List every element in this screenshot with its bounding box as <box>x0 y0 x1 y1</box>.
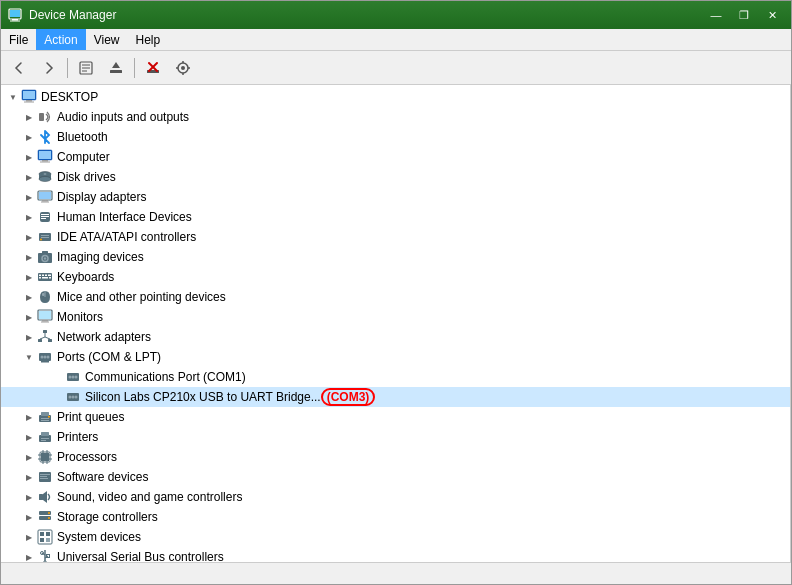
tree-item-imaging[interactable]: ▶ Imaging devices <box>1 247 790 267</box>
expand-network[interactable]: ▶ <box>21 329 37 345</box>
tree-item-sound[interactable]: ▶ Sound, video and game controllers <box>1 487 790 507</box>
tree-item-network[interactable]: ▶ Network adapters <box>1 327 790 347</box>
tree-item-print[interactable]: ▶ Print queues <box>1 407 790 427</box>
expand-keyboards[interactable]: ▶ <box>21 269 37 285</box>
mice-icon <box>37 289 53 305</box>
title-bar-left: Device Manager <box>7 7 116 23</box>
svg-point-70 <box>44 356 47 359</box>
mice-label: Mice and other pointing devices <box>57 290 226 304</box>
tree-item-silabs[interactable]: Silicon Labs CP210x USB to UART Bridge..… <box>1 387 790 407</box>
tree-item-storage[interactable]: ▶ Storage controllers <box>1 507 790 527</box>
svg-rect-33 <box>39 192 51 199</box>
svg-rect-25 <box>39 151 51 159</box>
usb-icon <box>37 549 53 562</box>
svg-rect-111 <box>46 532 50 536</box>
expand-usb[interactable]: ▶ <box>21 549 37 562</box>
close-button[interactable]: ✕ <box>759 6 785 24</box>
svg-rect-2 <box>10 21 20 22</box>
svg-rect-63 <box>38 339 42 342</box>
tree-item-monitors[interactable]: ▶ Monitors <box>1 307 790 327</box>
expand-ide[interactable]: ▶ <box>21 229 37 245</box>
back-button[interactable] <box>5 55 33 81</box>
tree-item-disk[interactable]: ▶ Disk drives <box>1 167 790 187</box>
tree-item-processors[interactable]: ▶ <box>1 447 790 467</box>
svg-point-75 <box>72 376 75 379</box>
tree-item-hid[interactable]: ▶ Human Interface Devices <box>1 207 790 227</box>
minimize-button[interactable]: — <box>703 6 729 24</box>
audio-label: Audio inputs and outputs <box>57 110 189 124</box>
tree-item-keyboards[interactable]: ▶ Keyboards <box>1 267 790 287</box>
bluetooth-icon <box>37 129 53 145</box>
menu-action[interactable]: Action <box>36 29 85 50</box>
content-area: ▼ DESKTOP ▶ <box>1 85 791 562</box>
tree-item-printers[interactable]: ▶ Printers <box>1 427 790 447</box>
tree-item-computer[interactable]: ▶ Computer <box>1 147 790 167</box>
expand-software[interactable]: ▶ <box>21 469 37 485</box>
expand-audio[interactable]: ▶ <box>21 109 37 125</box>
expand-display[interactable]: ▶ <box>21 189 37 205</box>
svg-rect-59 <box>39 311 51 319</box>
tree-item-ide[interactable]: ▶ IDE ATA/ATAPI controllers <box>1 227 790 247</box>
expand-disk[interactable]: ▶ <box>21 169 37 185</box>
svg-rect-27 <box>40 162 50 163</box>
tree-item-ports[interactable]: ▼ Ports (COM & LPT) <box>1 347 790 367</box>
hid-icon <box>37 209 53 225</box>
expand-bluetooth[interactable]: ▶ <box>21 129 37 145</box>
update-driver-button[interactable] <box>102 55 130 81</box>
expand-imaging[interactable]: ▶ <box>21 249 37 265</box>
expand-processors[interactable]: ▶ <box>21 449 37 465</box>
expand-hid[interactable]: ▶ <box>21 209 37 225</box>
tree-item-software[interactable]: ▶ Software devices <box>1 467 790 487</box>
disk-icon <box>37 169 53 185</box>
expand-computer[interactable]: ▶ <box>21 149 37 165</box>
svg-rect-85 <box>48 416 50 418</box>
com3-badge: (COM3) <box>321 388 376 406</box>
keyboards-label: Keyboards <box>57 270 114 284</box>
expand-printers[interactable]: ▶ <box>21 429 37 445</box>
tree-item-bluetooth[interactable]: ▶ Bluetooth <box>1 127 790 147</box>
svg-rect-21 <box>26 100 32 102</box>
comm1-label: Communications Port (COM1) <box>85 370 246 384</box>
svg-point-47 <box>44 257 46 259</box>
tree-item-comm1[interactable]: Communications Port (COM1) <box>1 367 790 387</box>
expand-mice[interactable]: ▶ <box>21 289 37 305</box>
svg-line-67 <box>45 337 50 339</box>
expand-sound[interactable]: ▶ <box>21 489 37 505</box>
ide-icon <box>37 229 53 245</box>
svg-rect-60 <box>42 320 48 322</box>
expand-root[interactable]: ▼ <box>5 89 21 105</box>
tree-root[interactable]: ▼ DESKTOP <box>1 87 790 107</box>
svg-rect-53 <box>39 277 41 279</box>
tree-item-mice[interactable]: ▶ Mice and other pointing devices <box>1 287 790 307</box>
disk-label: Disk drives <box>57 170 116 184</box>
scan-hardware-button[interactable] <box>169 55 197 81</box>
menu-view[interactable]: View <box>86 29 128 50</box>
display-icon <box>37 189 53 205</box>
menu-help[interactable]: Help <box>128 29 169 50</box>
expand-storage[interactable]: ▶ <box>21 509 37 525</box>
app-icon <box>7 7 23 23</box>
title-bar: Device Manager — ❐ ✕ <box>1 1 791 29</box>
uninstall-button[interactable] <box>139 55 167 81</box>
expand-print[interactable]: ▶ <box>21 409 37 425</box>
svg-rect-38 <box>41 216 49 217</box>
restore-button[interactable]: ❐ <box>731 6 757 24</box>
tree-item-system[interactable]: ▶ System devices <box>1 527 790 547</box>
menu-file[interactable]: File <box>1 29 36 50</box>
processors-icon <box>37 449 53 465</box>
svg-rect-3 <box>10 10 20 17</box>
tree-item-audio[interactable]: ▶ Audio inputs and outputs <box>1 107 790 127</box>
svg-rect-22 <box>24 102 34 103</box>
device-tree[interactable]: ▼ DESKTOP ▶ <box>1 85 791 562</box>
expand-ports[interactable]: ▼ <box>21 349 37 365</box>
expand-system[interactable]: ▶ <box>21 529 37 545</box>
window-title: Device Manager <box>29 8 116 22</box>
svg-rect-72 <box>41 361 49 363</box>
title-bar-controls: — ❐ ✕ <box>703 6 785 24</box>
tree-item-display[interactable]: ▶ Display adapters <box>1 187 790 207</box>
svg-point-14 <box>181 66 185 70</box>
tree-item-usb[interactable]: ▶ Universal Serial Bus controllers <box>1 547 790 562</box>
forward-button[interactable] <box>35 55 63 81</box>
properties-button[interactable] <box>72 55 100 81</box>
expand-monitors[interactable]: ▶ <box>21 309 37 325</box>
